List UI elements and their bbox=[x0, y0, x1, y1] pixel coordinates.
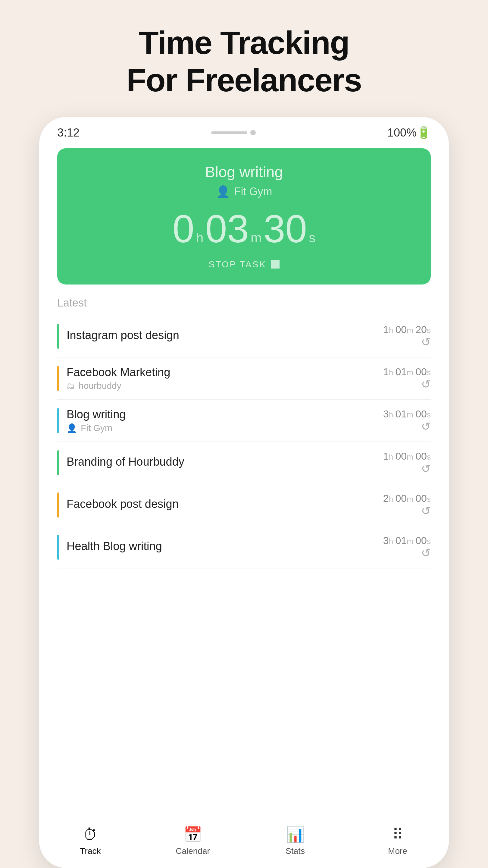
timer-client-name: Fit Gym bbox=[234, 185, 272, 198]
calendar-nav-label: Calendar bbox=[175, 846, 210, 856]
task-color-bar bbox=[57, 324, 59, 349]
bottom-nav: ⏱Track📅Calendar📊Stats⠿More bbox=[39, 817, 449, 868]
task-right: 3h 01m 00s↺ bbox=[377, 535, 431, 560]
task-client: 👤Fit Gym bbox=[67, 423, 377, 433]
person-icon: 👤 bbox=[67, 423, 77, 433]
task-right: 1h 00m 00s↺ bbox=[377, 450, 431, 475]
timer-card: Blog writing 👤 Fit Gym 0 h 03 m 30 s STO… bbox=[57, 148, 431, 284]
timer-client: 👤 Fit Gym bbox=[216, 185, 272, 198]
person-icon: 👤 bbox=[216, 185, 230, 198]
replay-button[interactable]: ↺ bbox=[421, 336, 431, 349]
task-right: 3h 01m 00s↺ bbox=[377, 408, 431, 433]
calendar-nav-icon: 📅 bbox=[184, 826, 202, 843]
task-name: Branding of Hourbuddy bbox=[67, 456, 377, 468]
task-duration: 2h 00m 00s bbox=[383, 493, 431, 504]
nav-item-more[interactable]: ⠿More bbox=[367, 826, 428, 856]
task-right: 1h 01m 00s↺ bbox=[377, 366, 431, 391]
timer-seconds-unit: s bbox=[309, 230, 315, 245]
replay-button[interactable]: ↺ bbox=[421, 504, 431, 518]
timer-minutes-unit: m bbox=[251, 230, 262, 245]
task-color-bar bbox=[57, 535, 59, 560]
task-name: Instagram post design bbox=[67, 329, 377, 342]
task-duration: 1h 01m 00s bbox=[383, 366, 431, 378]
nav-item-calendar[interactable]: 📅Calendar bbox=[163, 826, 223, 856]
task-right: 2h 00m 00s↺ bbox=[377, 493, 431, 518]
replay-button[interactable]: ↺ bbox=[421, 378, 431, 391]
task-item[interactable]: Facebook post design2h 00m 00s↺ bbox=[57, 484, 431, 526]
task-duration: 1h 00m 00s bbox=[383, 450, 431, 462]
replay-button[interactable]: ↺ bbox=[421, 547, 431, 560]
task-name: Facebook post design bbox=[67, 498, 377, 510]
task-duration: 3h 01m 00s bbox=[383, 408, 431, 420]
folder-icon: 🗂 bbox=[67, 381, 75, 391]
task-client-name: hourbuddy bbox=[78, 381, 121, 391]
latest-section: Latest Instagram post design1h 00m 20s↺F… bbox=[39, 284, 449, 817]
task-item[interactable]: Instagram post design1h 00m 20s↺ bbox=[57, 315, 431, 358]
stop-icon bbox=[271, 260, 280, 269]
track-nav-icon: ⏱ bbox=[83, 826, 98, 843]
page-title: Time Tracking For Freelancers bbox=[127, 0, 361, 117]
task-color-bar bbox=[57, 450, 59, 475]
replay-button[interactable]: ↺ bbox=[421, 420, 431, 433]
timer-minutes: 03 bbox=[205, 209, 249, 248]
task-info: Facebook Marketing🗂hourbuddy bbox=[67, 366, 377, 391]
task-info: Instagram post design bbox=[67, 324, 377, 349]
stop-task-button[interactable]: STOP TASK bbox=[208, 259, 280, 270]
task-duration: 1h 00m 20s bbox=[383, 324, 431, 336]
latest-label: Latest bbox=[57, 297, 431, 309]
timer-hours: 0 bbox=[173, 209, 194, 248]
nav-item-track[interactable]: ⏱Track bbox=[60, 826, 121, 856]
stats-nav-label: Stats bbox=[286, 846, 305, 856]
task-info: Blog writing👤Fit Gym bbox=[67, 408, 377, 433]
task-name: Health Blog writing bbox=[67, 540, 377, 553]
task-item[interactable]: Blog writing👤Fit Gym3h 01m 00s↺ bbox=[57, 400, 431, 442]
task-item[interactable]: Facebook Marketing🗂hourbuddy1h 01m 00s↺ bbox=[57, 358, 431, 400]
notch-bar bbox=[211, 131, 247, 134]
task-info: Facebook post design bbox=[67, 493, 377, 518]
notch-dot bbox=[250, 130, 256, 135]
more-nav-icon: ⠿ bbox=[392, 826, 403, 843]
task-item[interactable]: Branding of Hourbuddy1h 00m 00s↺ bbox=[57, 442, 431, 484]
timer-seconds: 30 bbox=[264, 209, 307, 248]
task-color-bar bbox=[57, 493, 59, 518]
task-color-bar bbox=[57, 408, 59, 433]
task-name: Facebook Marketing bbox=[67, 366, 377, 379]
nav-item-stats[interactable]: 📊Stats bbox=[265, 826, 325, 856]
task-client: 🗂hourbuddy bbox=[67, 381, 377, 391]
status-bar: 3:12 100%🔋 bbox=[39, 117, 449, 142]
task-duration: 3h 01m 00s bbox=[383, 535, 431, 547]
stop-task-label: STOP TASK bbox=[208, 259, 266, 270]
task-list: Instagram post design1h 00m 20s↺Facebook… bbox=[57, 315, 431, 568]
more-nav-label: More bbox=[388, 846, 407, 856]
battery-indicator: 100%🔋 bbox=[387, 126, 431, 139]
replay-button[interactable]: ↺ bbox=[421, 462, 431, 475]
phone-frame: 3:12 100%🔋 Blog writing 👤 Fit Gym 0 h 03… bbox=[39, 117, 449, 868]
timer-task-name: Blog writing bbox=[205, 163, 283, 181]
task-client-name: Fit Gym bbox=[81, 423, 112, 433]
task-info: Branding of Hourbuddy bbox=[67, 450, 377, 475]
status-time: 3:12 bbox=[57, 126, 79, 139]
track-nav-label: Track bbox=[80, 846, 101, 856]
notch bbox=[211, 130, 256, 135]
task-right: 1h 00m 20s↺ bbox=[377, 324, 431, 349]
task-info: Health Blog writing bbox=[67, 535, 377, 560]
timer-display: 0 h 03 m 30 s bbox=[173, 209, 316, 248]
task-name: Blog writing bbox=[67, 408, 377, 421]
stats-nav-icon: 📊 bbox=[286, 826, 304, 843]
task-item[interactable]: Health Blog writing3h 01m 00s↺ bbox=[57, 526, 431, 568]
timer-hours-unit: h bbox=[196, 230, 203, 245]
task-color-bar bbox=[57, 366, 59, 391]
